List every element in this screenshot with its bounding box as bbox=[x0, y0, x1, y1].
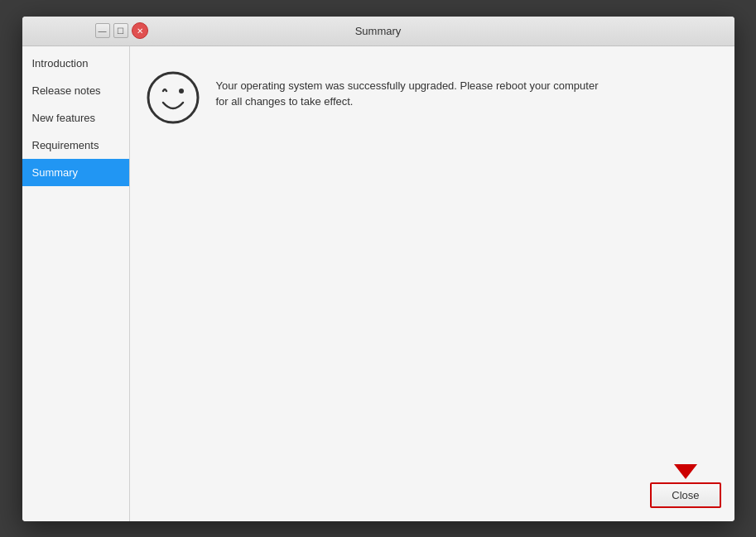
message-area: Your operating system was successfully u… bbox=[147, 71, 718, 124]
window-title: Summary bbox=[355, 25, 402, 37]
sidebar-item-release-notes[interactable]: Release notes bbox=[22, 77, 129, 104]
sidebar: Introduction Release notes New features … bbox=[22, 46, 130, 521]
close-button[interactable]: Close bbox=[650, 482, 720, 508]
smiley-icon bbox=[147, 71, 200, 124]
main-content: Your operating system was successfully u… bbox=[130, 46, 734, 521]
svg-point-1 bbox=[179, 89, 184, 93]
window-close-button[interactable]: ✕ bbox=[132, 22, 148, 39]
content-area: Introduction Release notes New features … bbox=[22, 46, 734, 521]
desktop: Summary — ☐ ✕ Introduction Release notes bbox=[0, 0, 756, 537]
window: Summary — ☐ ✕ Introduction Release notes bbox=[22, 17, 734, 521]
sidebar-item-new-features[interactable]: New features bbox=[22, 104, 129, 132]
minimize-button[interactable]: — bbox=[95, 23, 110, 38]
arrow-indicator bbox=[674, 464, 697, 479]
svg-point-0 bbox=[148, 73, 198, 122]
sidebar-item-requirements[interactable]: Requirements bbox=[22, 132, 129, 159]
success-message: Your operating system was successfully u… bbox=[216, 71, 614, 110]
maximize-button[interactable]: ☐ bbox=[113, 23, 128, 38]
titlebar-controls: — ☐ ✕ bbox=[95, 22, 148, 39]
sidebar-item-introduction[interactable]: Introduction bbox=[22, 50, 129, 77]
titlebar: Summary — ☐ ✕ bbox=[22, 17, 734, 46]
close-button-area: Close bbox=[650, 464, 720, 508]
arrow-down-icon bbox=[674, 464, 697, 479]
sidebar-item-summary[interactable]: Summary bbox=[22, 159, 129, 186]
